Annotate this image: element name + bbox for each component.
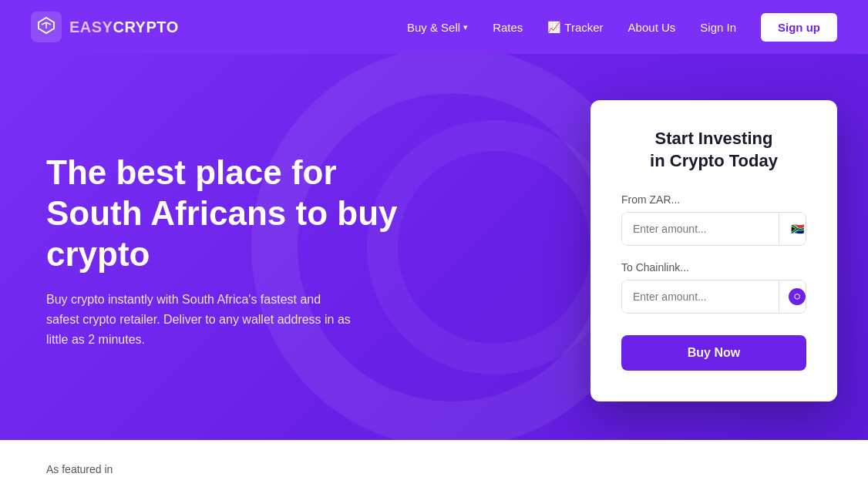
to-label: To Chainlink... — [621, 261, 806, 274]
featured-label: As featured in — [46, 463, 822, 475]
buy-card: Start Investingin Crypto Today From ZAR.… — [590, 100, 837, 401]
zar-flag: 🇿🇦 — [789, 220, 806, 237]
chart-icon: 📈 — [547, 21, 560, 33]
navbar: EASYCRYPTO Buy & Sell ▾ Rates 📈 Tracker … — [0, 0, 868, 54]
signin-button[interactable]: Sign In — [700, 21, 736, 34]
nav-tracker[interactable]: 📈 Tracker — [547, 21, 603, 34]
to-amount-input[interactable] — [622, 280, 779, 313]
nav-links: Buy & Sell ▾ Rates 📈 Tracker About Us Si… — [407, 13, 837, 42]
signup-button[interactable]: Sign up — [761, 13, 837, 42]
from-label: From ZAR... — [621, 193, 806, 206]
from-currency-selector[interactable]: 🇿🇦 ZAR ▾ — [779, 213, 806, 245]
logo-text: EASYCRYPTO — [69, 18, 179, 36]
nav-rates[interactable]: Rates — [493, 21, 523, 34]
to-input-row: ⬡ LINK ▾ — [621, 280, 806, 314]
hero-description: Buy crypto instantly with South Africa's… — [46, 290, 355, 349]
to-currency-selector[interactable]: ⬡ LINK ▾ — [779, 280, 806, 313]
hero-section: The best place for South Africans to buy… — [0, 54, 868, 440]
nav-buy-sell[interactable]: Buy & Sell ▾ — [407, 21, 468, 34]
from-input-row: 🇿🇦 ZAR ▾ — [621, 212, 806, 246]
nav-about[interactable]: About Us — [628, 21, 676, 34]
featured-section: As featured in ≡THE SPINOFF SCOOP NBR :i… — [0, 440, 868, 487]
card-title: Start Investingin Crypto Today — [621, 128, 806, 172]
from-amount-input[interactable] — [622, 213, 779, 245]
hero-content: The best place for South Africans to buy… — [46, 153, 416, 349]
chevron-down-icon: ▾ — [463, 22, 468, 32]
hero-title: The best place for South Africans to buy… — [46, 153, 416, 274]
link-icon: ⬡ — [789, 288, 806, 305]
logo[interactable]: EASYCRYPTO — [31, 12, 179, 42]
buy-now-button[interactable]: Buy Now — [621, 335, 806, 371]
